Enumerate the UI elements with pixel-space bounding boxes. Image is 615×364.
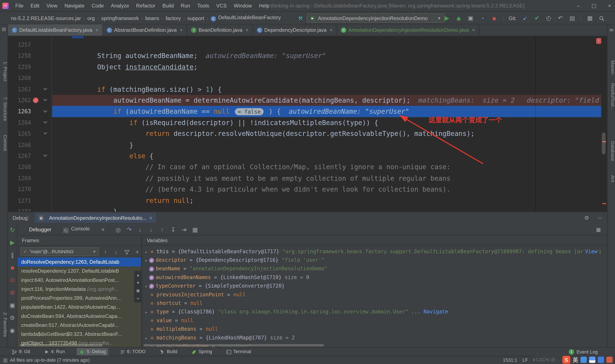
error-stripe-mark[interactable] [602,203,606,204]
tool-button-9-git[interactable]: 9: Git [9,348,32,356]
tool-button-database[interactable]: Database [608,141,615,161]
breakpoint-icon[interactable]: ✓ [33,98,39,103]
tool-button-ant[interactable]: Ant [608,175,615,182]
menu-item-view[interactable]: View [43,2,61,9]
drop-frame-icon[interactable]: ↧ [170,226,177,233]
maven-icon[interactable]: m [608,27,615,32]
editor-tab[interactable]: C DependencyDescriptor.java × [253,24,337,36]
line-ending[interactable]: LF [522,356,528,364]
minimize-icon[interactable]: – [577,0,580,12]
pause-icon[interactable]: ∥ [8,249,17,261]
run-to-cursor-icon[interactable]: ⇥ [181,226,188,233]
run-config-selector[interactable]: ▶ AnnotationDependencyInjectionResolutio… [307,13,445,23]
chevron-down-icon[interactable] [43,98,47,101]
project-tool-icon[interactable]: ▤ [0,27,8,32]
evaluate-expression-icon[interactable]: ▦ [192,226,199,233]
debug-session-tab[interactable]: ▦ AnnotationDependencyInjectionResolutio… [34,213,156,223]
debug-icon[interactable] [454,14,464,21]
mute-breakpoints-icon[interactable]: ⊘ [8,286,17,299]
menu-item-tools[interactable]: Tools [194,2,213,9]
filter-funnel-icon[interactable] [123,248,130,255]
code-line[interactable]: 1270 // (before 4.3 in particular when w… [8,184,607,195]
step-over-icon[interactable]: ↷ [126,226,133,233]
menu-item-run[interactable]: Run [177,2,194,9]
variable-row[interactable]: pbeanName = "annotationDependencyInjecti… [142,265,601,273]
breadcrumb-item[interactable]: ns-5.2.2.RELEASE-sources.jar [11,15,81,21]
tool-button-build[interactable]: Build [157,348,180,356]
run-icon[interactable]: ▶ [442,14,452,22]
stack-frame-row[interactable]: resolveDependency:1207, DefaultListableB [17,266,141,275]
chevron-down-icon[interactable] [43,86,47,90]
code-line[interactable]: 1259 Object instanceCandidate; [8,62,607,73]
variable-row[interactable]: ▸≡this = {DefaultListableBeanFactory@171… [142,247,601,256]
code-line[interactable]: 1266 } [8,139,607,150]
frame-down-icon[interactable]: ↓ [113,248,120,255]
add-icon[interactable]: + [134,248,141,255]
code-line[interactable]: 1267 else { [8,150,607,161]
stack-frame-row[interactable]: inject:116, InjectionMetadata (org.sprin… [17,285,141,293]
close-icon[interactable]: × [608,0,611,12]
tab-close-icon[interactable]: × [180,27,183,33]
chevron-down-icon[interactable] [43,153,47,157]
tool-button-5-debug[interactable]: 5: Debug [77,348,108,356]
code-line[interactable]: 1262✓ autowiredBeanName = determineAutow… [8,95,607,106]
code-line[interactable]: 1272 } [8,206,607,212]
tool-button-restfultool[interactable]: RestfulTool... [608,83,615,110]
breadcrumb-item[interactable]: beans [145,15,159,21]
tab-close-icon[interactable]: × [472,27,475,33]
stack-frame-row[interactable]: createBean:517, AbstractAutowireCapabl..… [17,321,141,329]
menu-item-code[interactable]: Code [88,2,107,9]
stop-icon[interactable]: ■ [8,261,17,274]
stack-frame-row[interactable]: lambda$doGetBean$0:323, AbstractBeanF... [17,330,141,338]
variable-link[interactable]: Navigate [424,309,448,315]
hide-panel-icon[interactable]: ─ [598,215,602,221]
show-execution-point-icon[interactable]: ◎ [115,226,122,233]
code-line[interactable]: 1258 String autowiredBeanName; autowired… [8,50,607,62]
menu-item-file[interactable]: File [12,2,27,9]
settings-gear-icon[interactable]: ⚙ [584,215,589,221]
menu-item-help[interactable]: Help [255,2,273,9]
menu-item-vcs[interactable]: VCS [213,2,230,9]
history-icon[interactable]: ◴ [544,14,553,22]
step-out-icon[interactable]: ↑ [159,226,166,233]
ime-toolbar-icon[interactable] [580,357,587,363]
expand-arrow-icon[interactable]: ▸ [144,282,149,290]
code-editor[interactable]: 12571258 String autowiredBeanName; autow… [8,36,607,212]
menu-item-edit[interactable]: Edit [27,2,43,9]
menu-item-analyze[interactable]: Analyze [107,2,133,9]
ime-more-icon[interactable] [606,357,613,363]
tool-button-project[interactable]: 1: Project [0,62,8,81]
code-line[interactable]: 1268 // In case of an optional Collectio… [8,161,607,173]
stack-frame-row[interactable]: doResolveDependency:1263, DefaultListab [17,258,141,266]
tool-button-6-todo[interactable]: 6: TODO [118,348,148,356]
tool-button-maven[interactable]: Maven [608,60,615,75]
rollback-icon[interactable]: ↶ [556,14,565,22]
code-line[interactable]: 1257 [8,39,607,50]
stop-icon[interactable]: ■ [489,15,499,21]
tool-button-structure[interactable]: 7: Structure [0,97,8,121]
code-line[interactable]: 1260 [8,73,607,84]
variable-row[interactable]: ▸pdescriptor = {DependencyDescriptor@171… [142,256,601,264]
rerun-icon[interactable]: ↻ [8,224,17,236]
code-line[interactable]: 1261 if (matchingBeans.size() > 1) { [8,84,607,95]
restore-layout-icon[interactable]: ≡ [101,227,104,233]
inspections-badge[interactable]: ! [596,38,601,44]
variable-row[interactable]: ≡previousInjectionPoint = null [142,290,601,299]
variable-row[interactable]: ≡shortcut = null [142,299,601,307]
menu-item-window[interactable]: Window [230,2,255,9]
tab-close-icon[interactable]: × [330,27,333,33]
stack-frame-row[interactable]: doCreateBean:594, AbstractAutowireCapa..… [17,312,141,321]
tool-button-favorites[interactable]: 2: Favorites [0,312,8,337]
tab-close-icon[interactable]: × [149,215,152,221]
tool-button-commit[interactable]: Commit [0,135,8,151]
variable-row[interactable]: ≡multipleBeans = null [142,325,601,334]
expand-arrow-icon[interactable]: ▸ [144,248,149,256]
stack-frame-row[interactable]: populateBean:1422, AbstractAutowireCap..… [17,302,141,312]
scroll-bottom-icon[interactable]: ▼ [136,281,140,285]
expand-arrow-icon[interactable]: ▸ [144,308,149,316]
breadcrumb-item[interactable]: factory [165,15,181,21]
pin-icon[interactable]: ◉ [8,324,17,337]
tab-close-icon[interactable]: × [95,27,98,33]
tab-close-icon[interactable]: × [246,27,249,33]
ime-mode-indicator[interactable]: 英 [573,356,578,364]
